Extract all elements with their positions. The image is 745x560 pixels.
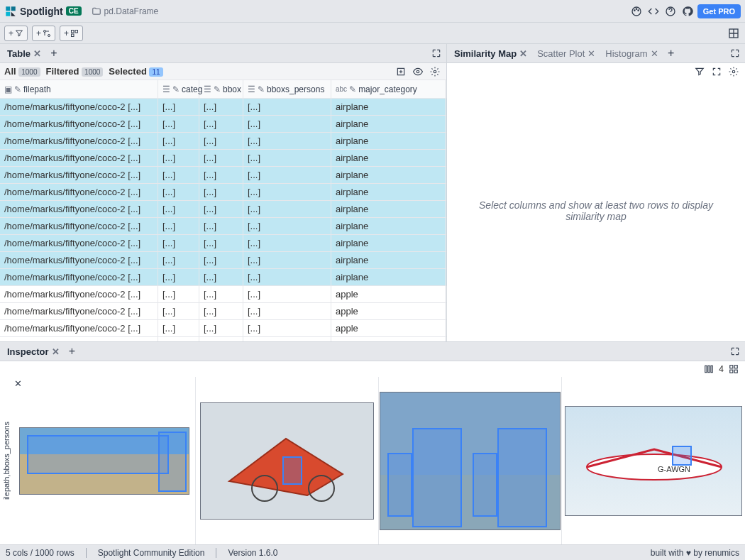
cell-persons: [...] [243,218,331,234]
cell-filepath: /home/markus/fiftyone/coco-2 [...] [0,303,158,319]
layout-icon[interactable] [727,26,741,40]
inspector-image-1[interactable]: ✕ [13,377,196,544]
table-header: ▣✎filepath ☰✎categ ☰✎bbox ☰✎bboxs_person… [0,80,446,99]
table-row[interactable]: /home/markus/fiftyone/coco-2 [...][...][… [0,235,446,252]
add-tab-button[interactable]: + [47,46,61,60]
svg-point-14 [732,70,735,73]
table-row[interactable]: /home/markus/fiftyone/coco-2 [...][...][… [0,184,446,201]
pencil-icon: ✎ [14,84,21,94]
cell-bbox: [...] [199,116,243,132]
table-row[interactable]: /home/markus/fiftyone/coco-2 [...][...][… [0,116,446,133]
spotlight-logo-icon [4,5,17,18]
simmap-placeholder: Select columns and show at least two row… [447,80,745,341]
tab-similarity-map[interactable]: Similarity Map✕ [450,46,531,61]
cell-major: apple [331,337,446,341]
cell-major: airplane [331,269,446,285]
add-analysis-button[interactable]: + [60,26,83,41]
palette-icon[interactable] [629,4,644,18]
table-row[interactable]: /home/markus/fiftyone/coco-2 [...][...][… [0,286,446,303]
col-header-major[interactable]: abc✎major_category [331,80,446,98]
status-version: Version 1.6.0 [228,548,277,558]
svg-point-13 [434,70,436,73]
table-row[interactable]: /home/markus/fiftyone/coco-2 [...][...][… [0,252,446,269]
table-row[interactable]: /home/markus/fiftyone/coco-2 [...][...][… [0,303,446,320]
filter-selected[interactable]: Selected 11 [109,66,162,77]
cell-filepath: /home/markus/fiftyone/coco-2 [...] [0,320,158,336]
cell-major: apple [331,286,446,302]
svg-point-6 [48,34,50,36]
cell-bbox: [...] [199,133,243,149]
cell-filepath: /home/markus/fiftyone/coco-2 [...] [0,218,158,234]
svg-point-5 [44,30,46,32]
filter-icon[interactable] [692,65,707,79]
inspector-image-2[interactable] [196,377,379,544]
tab-inspector[interactable]: Inspector✕ [3,344,64,359]
status-cols: 5 cols / 1000 rows [6,548,74,558]
expand-icon[interactable] [429,46,443,60]
grid-icon[interactable] [727,362,741,376]
columns-icon[interactable] [702,362,716,376]
close-icon[interactable]: ✕ [14,378,22,389]
eye-icon[interactable] [411,65,425,79]
get-pro-button[interactable]: Get PRO [697,4,741,18]
add-tab-button[interactable]: + [664,46,678,60]
col-header-bbox[interactable]: ☰✎bbox [199,80,243,98]
col-header-persons[interactable]: ☰✎bboxs_persons [243,80,331,98]
gear-icon[interactable] [428,65,442,79]
col-header-categ[interactable]: ☰✎categ [158,80,199,98]
table-row[interactable]: /home/markus/fiftyone/coco-2 [...][...][… [0,150,446,167]
svg-rect-17 [711,366,712,372]
status-credit: built with ♥ by renumics [651,548,739,558]
table-row[interactable]: /home/markus/fiftyone/coco-2 [...][...][… [0,133,446,150]
gear-icon[interactable] [727,65,741,79]
add-column-icon[interactable] [394,65,408,79]
add-tag-button[interactable]: + [32,26,55,41]
tab-scatter-plot[interactable]: Scatter Plot✕ [533,46,600,61]
add-filter-button[interactable]: + [4,26,28,41]
col-header-filepath[interactable]: ▣✎filepath [0,80,158,98]
app-name: Spotlight [20,6,63,17]
svg-rect-19 [734,366,737,368]
table-body[interactable]: /home/markus/fiftyone/coco-2 [...][...][… [0,99,446,341]
expand-icon[interactable] [728,344,742,358]
tab-histogram[interactable]: Histogram✕ [601,46,662,61]
filter-filtered[interactable]: Filtered 1000 [46,66,104,77]
cell-bbox: [...] [199,303,243,319]
table-row[interactable]: /home/markus/fiftyone/coco-2 [...][...][… [0,320,446,337]
cell-categ: [...] [158,133,199,149]
inspector-image-3[interactable] [379,377,562,544]
inspector-image-4[interactable]: G-AWGN [562,377,745,544]
svg-point-24 [587,454,722,480]
close-icon[interactable]: ✕ [52,346,60,357]
inspector-ylabel: ilepath,bboxs_persons [0,377,13,544]
expand-icon[interactable] [728,46,742,60]
fit-icon[interactable] [710,65,724,79]
filter-all[interactable]: All 1000 [4,66,40,77]
cell-bbox: [...] [199,150,243,166]
cell-persons: [...] [243,133,331,149]
cell-filepath: /home/markus/fiftyone/coco-2 [...] [0,252,158,268]
cell-filepath: /home/markus/fiftyone/coco-2 [...] [0,286,158,302]
cell-bbox: [...] [199,337,243,341]
close-icon[interactable]: ✕ [587,48,595,59]
inspector-count: 4 [719,364,724,374]
table-row[interactable]: /home/markus/fiftyone/coco-2 [...][...][… [0,201,446,218]
add-tab-button[interactable]: + [65,344,79,358]
close-icon[interactable]: ✕ [519,48,527,59]
table-row[interactable]: /home/markus/fiftyone/coco-2 [...][...][… [0,218,446,235]
cell-categ: [...] [158,167,199,183]
table-panel: Table ✕ + All 1000 Filtered 1000 Selecte… [0,44,447,341]
github-icon[interactable] [680,4,695,18]
cell-categ: [...] [158,218,199,234]
table-row[interactable]: /home/markus/fiftyone/coco-2 [...][...][… [0,269,446,286]
cell-persons: [...] [243,303,331,319]
table-row[interactable]: /home/markus/fiftyone/coco-2 [...][...][… [0,99,446,116]
table-row[interactable]: /home/markus/fiftyone/coco-2 [...][...][… [0,337,446,341]
table-row[interactable]: /home/markus/fiftyone/coco-2 [...][...][… [0,167,446,184]
code-icon[interactable] [646,4,661,18]
cell-categ: [...] [158,269,199,285]
close-icon[interactable]: ✕ [33,48,41,59]
help-icon[interactable] [663,4,678,18]
tab-table[interactable]: Table ✕ [3,46,45,61]
close-icon[interactable]: ✕ [651,48,658,59]
